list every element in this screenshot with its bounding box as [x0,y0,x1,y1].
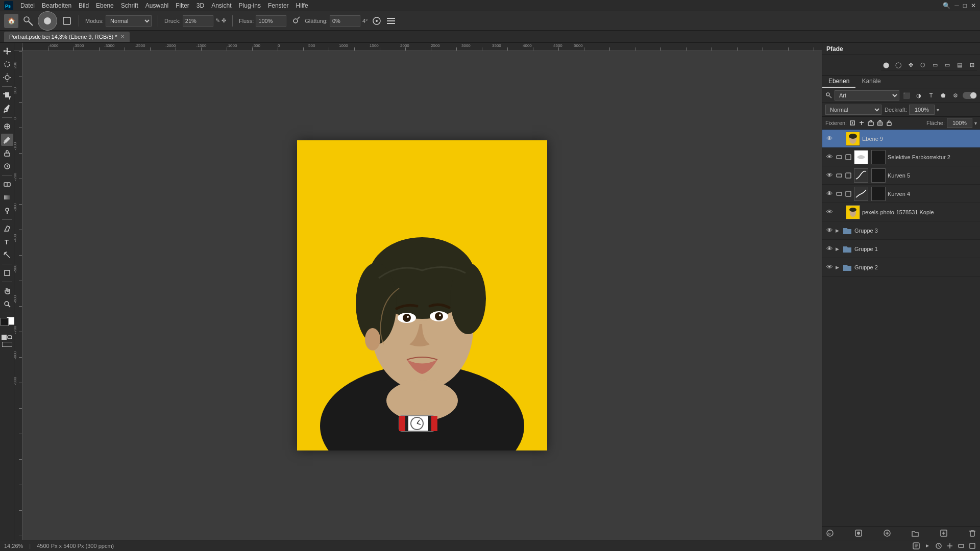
lock-pixel-icon[interactable] [849,119,856,127]
quick-mask-button[interactable] [1,334,13,340]
status-icon-4[interactable] [946,542,953,549]
panel-icon-7[interactable]: ▤ [954,60,965,70]
zoom-tool[interactable] [1,298,13,310]
group-expand-arrow[interactable]: ▶ [836,246,839,252]
status-icon-2[interactable] [924,542,931,549]
layer-item[interactable]: 👁 Selektive Farbkorrektur 2 [822,148,980,166]
delete-layer-button[interactable] [968,529,977,538]
lock-artboard-icon[interactable] [867,119,874,127]
dodge-tool[interactable] [1,205,13,217]
lock-all-icon[interactable] [876,119,884,127]
shape-tool[interactable] [1,267,13,279]
maximize-button[interactable]: □ [963,2,967,9]
stamp-tool[interactable] [1,147,13,159]
layer-visibility-toggle[interactable]: 👁 [825,171,834,179]
layer-item[interactable]: 👁 Ebene 9 [822,130,980,148]
history-brush-tool[interactable] [1,160,13,172]
close-button[interactable]: ✕ [971,2,976,9]
layer-filter-adjust[interactable]: ◑ [914,90,924,101]
layer-group-item[interactable]: 👁 ▶ Gruppe 1 [822,240,980,258]
panel-icon-6[interactable]: ▭ [942,60,952,70]
menu-auswahl[interactable]: Auswahl [145,2,168,9]
extra-options-icon[interactable] [386,16,396,26]
new-layer-button[interactable] [939,529,948,538]
tab-kanaele[interactable]: Kanäle [855,76,887,88]
brush-size-preview[interactable] [38,11,57,31]
brush-tool-icon[interactable] [22,15,34,27]
status-icon-3[interactable] [935,542,942,549]
tab-ebenen[interactable]: Ebenen [822,76,855,88]
new-adjustment-button[interactable] [883,529,892,538]
layer-item[interactable]: 👁 Kurven 5 [822,166,980,185]
layer-item[interactable]: 👁 Kurven 4 [822,185,980,203]
heal-tool[interactable] [1,120,13,133]
eyedropper-tool[interactable] [1,103,13,115]
layer-visibility-toggle[interactable]: 👁 [825,135,834,142]
minimize-button[interactable]: ─ [954,2,959,9]
panel-icon-4[interactable]: ⬡ [918,60,928,70]
menu-bild[interactable]: Bild [79,2,89,9]
modus-select[interactable]: Normal [106,15,152,27]
text-tool[interactable]: T [1,236,13,248]
fluss-input[interactable] [256,15,286,27]
move-tool[interactable] [1,45,13,57]
glattung-input[interactable] [330,15,360,27]
panel-icon-3[interactable]: ✤ [905,60,916,70]
group-expand-arrow[interactable]: ▶ [836,228,839,233]
panel-icon-1[interactable]: ⬤ [881,60,891,70]
menu-plugins[interactable]: Plug-ins [239,2,261,9]
layer-item[interactable]: 👁 pexels-photo-1578531 Kopie [822,203,980,221]
panel-icon-2[interactable]: ◯ [893,60,903,70]
foreground-color-swatch[interactable] [1,318,9,326]
layer-fx-button[interactable]: fx [825,529,835,538]
document-tab[interactable]: Portrait.psdc bei 14,3% (Ebene 9, RGB/8)… [4,32,130,42]
panel-icon-5[interactable]: ▭ [930,60,940,70]
blend-mode-select[interactable]: Normal [825,105,881,115]
fill-dropdown-icon[interactable]: ▾ [974,120,977,126]
menu-datei[interactable]: Datei [20,2,35,9]
menu-filter[interactable]: Filter [176,2,189,9]
layer-group-item[interactable]: 👁 ▶ Gruppe 2 [822,258,980,277]
layer-visibility-toggle[interactable]: 👁 [825,263,834,271]
status-icon-6[interactable] [969,542,976,549]
new-group-button[interactable] [911,529,920,538]
path-selection-tool[interactable] [1,249,13,261]
hand-tool[interactable] [1,285,13,297]
layer-visibility-toggle[interactable]: 👁 [825,227,834,234]
layer-group-item[interactable]: 👁 ▶ Gruppe 3 [822,221,980,240]
lock-lock-icon[interactable] [886,119,893,127]
opacity-dropdown-icon[interactable]: ▾ [937,107,939,113]
menu-fenster[interactable]: Fenster [268,2,289,9]
lock-position-icon[interactable] [858,119,865,127]
tab-close-button[interactable]: ✕ [120,34,125,39]
fill-input[interactable] [947,118,972,128]
lasso-tool[interactable] [1,58,13,70]
layer-filter-type[interactable]: T [926,90,936,101]
airbrush-icon[interactable] [290,16,301,26]
layer-filter-select[interactable]: Art [835,90,899,101]
layer-filter-pixel[interactable]: ⬛ [901,90,912,101]
layer-visibility-toggle[interactable]: 👁 [825,153,834,161]
brush-tool[interactable] [1,134,13,146]
layer-visibility-toggle[interactable]: 👁 [825,190,834,197]
status-icon-5[interactable] [958,542,965,549]
status-icon-1[interactable] [913,542,920,549]
layer-visibility-toggle[interactable]: 👁 [825,245,834,253]
menu-ansicht[interactable]: Ansicht [211,2,231,9]
canvas-area[interactable] [22,51,822,540]
layer-filter-smart[interactable]: ⚙ [950,90,961,101]
opacity-input[interactable] [909,105,935,115]
group-expand-arrow[interactable]: ▶ [836,265,839,270]
eraser-tool[interactable] [1,178,13,190]
pen-tool[interactable] [1,222,13,235]
layer-filter-shape[interactable]: ⬟ [938,90,948,101]
gradient-tool[interactable] [1,191,13,204]
panel-icon-8[interactable]: ⊞ [967,60,977,70]
menu-bearbeiten[interactable]: Bearbeiten [42,2,71,9]
menu-3d[interactable]: 3D [197,2,204,9]
druck-input[interactable] [183,15,213,27]
layer-filter-toggle[interactable] [963,92,977,99]
crop-tool[interactable] [1,89,13,102]
screen-mode-button[interactable] [1,341,13,347]
layer-mask-button[interactable] [854,529,863,538]
